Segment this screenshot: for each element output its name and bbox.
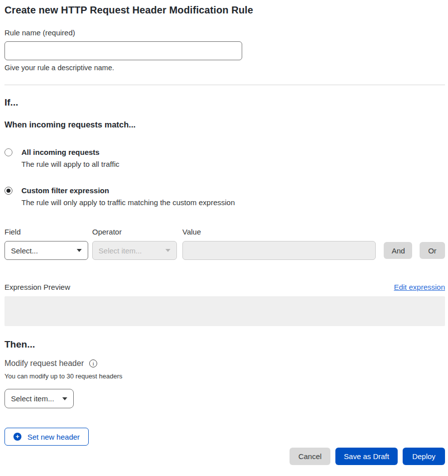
expression-preview-box xyxy=(4,296,445,326)
option-texts: Custom filter expression The rule will o… xyxy=(21,186,235,207)
radio-selected-icon[interactable] xyxy=(4,187,12,195)
option-texts: All incoming requests The rule will appl… xyxy=(21,148,119,168)
value-input[interactable] xyxy=(182,241,376,260)
chevron-down-icon xyxy=(77,249,82,252)
set-new-header-button[interactable]: + Set new header xyxy=(4,428,89,446)
rule-name-label: Rule name (required) xyxy=(4,29,445,37)
or-button[interactable]: Or xyxy=(420,242,445,259)
modify-header-helper: You can modify up to 30 request headers xyxy=(4,372,445,380)
expression-builder-row: Select... Select item... And Or xyxy=(4,241,445,260)
rule-name-input[interactable] xyxy=(4,41,242,60)
cancel-button[interactable]: Cancel xyxy=(290,448,330,465)
if-heading: If... xyxy=(4,97,445,108)
expression-preview-label: Expression Preview xyxy=(4,283,70,291)
option-description: The rule will only apply to traffic matc… xyxy=(21,198,235,207)
modify-request-header-label: Modify request header xyxy=(4,359,84,368)
radio-unselected-icon[interactable] xyxy=(4,148,12,156)
and-button[interactable]: And xyxy=(384,242,412,259)
create-rule-form: Create new HTTP Request Header Modificat… xyxy=(0,4,448,465)
field-label: Field xyxy=(4,228,92,236)
option-description: The rule will apply to all traffic xyxy=(21,160,119,168)
chevron-down-icon xyxy=(62,397,67,400)
rule-name-helper: Give your rule a descriptive name. xyxy=(4,64,445,72)
info-icon[interactable]: i xyxy=(89,359,97,367)
field-select[interactable]: Select... xyxy=(4,241,88,260)
modify-header-row: Modify request header i xyxy=(4,359,445,368)
chevron-down-icon xyxy=(165,249,170,252)
option-label: Custom filter expression xyxy=(21,186,235,195)
then-heading: Then... xyxy=(4,339,445,350)
operator-select[interactable]: Select item... xyxy=(92,241,177,260)
expression-preview-header: Expression Preview Edit expression xyxy=(4,283,445,291)
option-custom-filter-expression[interactable]: Custom filter expression The rule will o… xyxy=(4,186,445,207)
option-all-incoming-requests[interactable]: All incoming requests The rule will appl… xyxy=(4,148,445,168)
option-label: All incoming requests xyxy=(21,148,119,156)
section-divider xyxy=(4,85,445,85)
set-new-header-label: Set new header xyxy=(27,433,80,441)
header-item-select-value: Select item... xyxy=(11,394,54,403)
edit-expression-link[interactable]: Edit expression xyxy=(394,283,445,291)
expression-builder-labels: Field Operator Value xyxy=(4,228,445,236)
save-as-draft-button[interactable]: Save as Draft xyxy=(335,448,398,465)
operator-select-placeholder: Select item... xyxy=(99,246,142,255)
form-footer: Cancel Save as Draft Deploy xyxy=(4,448,445,465)
deploy-button[interactable]: Deploy xyxy=(403,448,445,465)
header-item-select[interactable]: Select item... xyxy=(4,389,74,408)
plus-circle-icon: + xyxy=(13,433,21,441)
value-label: Value xyxy=(182,228,445,236)
operator-label: Operator xyxy=(92,228,182,236)
match-subheading: When incoming requests match... xyxy=(4,120,445,129)
field-select-value: Select... xyxy=(11,246,38,255)
page-title: Create new HTTP Request Header Modificat… xyxy=(4,4,445,16)
